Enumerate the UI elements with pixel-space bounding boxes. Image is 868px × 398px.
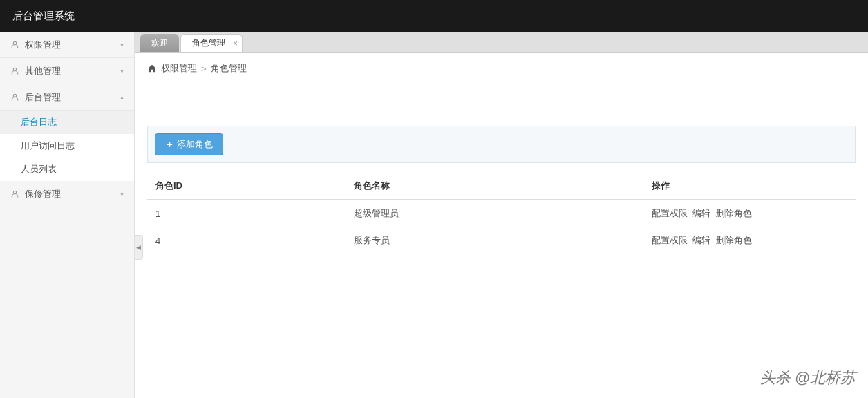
cell-role-name: 超级管理员 (346, 200, 643, 227)
main-content: 欢迎 角色管理 × 权限管理 > 角色管理 ◀ ＋ 添加角色 (135, 32, 868, 398)
action-delete-role[interactable]: 删除角色 (716, 208, 752, 218)
action-bar: ＋ 添加角色 (147, 126, 856, 163)
user-icon (10, 189, 19, 198)
sub-label: 人员列表 (21, 163, 57, 176)
sidebar-item-backend[interactable]: 后台管理 ▴ (0, 84, 134, 111)
tab-role-management[interactable]: 角色管理 × (180, 34, 243, 52)
breadcrumb-parent[interactable]: 权限管理 (161, 62, 197, 75)
user-icon (10, 40, 19, 49)
chevron-up-icon: ▴ (120, 93, 124, 101)
cell-role-name: 服务专员 (346, 227, 643, 254)
sidebar-submenu: 后台日志 用户访问日志 人员列表 (0, 111, 134, 181)
tab-welcome[interactable]: 欢迎 (140, 34, 179, 52)
cell-operations: 配置权限 编辑 删除角色 (643, 227, 856, 254)
roles-table: 角色ID 角色名称 操作 1 超级管理员 配置权限 编辑 删除角色 (147, 173, 856, 254)
close-icon[interactable]: × (233, 39, 238, 48)
sidebar-label: 保修管理 (25, 188, 120, 200)
table-row: 4 服务专员 配置权限 编辑 删除角色 (147, 227, 856, 254)
cell-role-id: 4 (147, 227, 346, 254)
sub-label: 后台日志 (21, 116, 57, 129)
col-operations: 操作 (643, 173, 856, 200)
sidebar-sub-user-access-log[interactable]: 用户访问日志 (0, 134, 134, 158)
sidebar-sub-backend-log[interactable]: 后台日志 (0, 111, 134, 134)
sidebar-item-permission[interactable]: 权限管理 ▾ (0, 32, 134, 58)
sidebar: 权限管理 ▾ 其他管理 ▾ 后台管理 ▴ 后台日志 用户访问日志 人员列表 (0, 32, 135, 398)
svg-point-1 (13, 68, 16, 70)
svg-point-2 (13, 94, 16, 97)
svg-point-3 (13, 191, 16, 193)
sidebar-label: 权限管理 (25, 39, 120, 51)
breadcrumb-separator: > (201, 64, 207, 74)
breadcrumb: 权限管理 > 角色管理 (135, 53, 868, 84)
breadcrumb-current: 角色管理 (211, 62, 247, 75)
col-role-id: 角色ID (147, 173, 346, 200)
user-icon (10, 93, 19, 102)
table-row: 1 超级管理员 配置权限 编辑 删除角色 (147, 200, 856, 227)
app-title: 后台管理系统 (12, 10, 75, 23)
cell-role-id: 1 (147, 200, 346, 227)
home-icon (147, 64, 157, 73)
cell-operations: 配置权限 编辑 删除角色 (643, 200, 856, 227)
button-label: 添加角色 (177, 138, 213, 151)
collapse-handle[interactable]: ◀ (135, 235, 143, 260)
action-edit[interactable]: 编辑 (692, 235, 710, 245)
action-delete-role[interactable]: 删除角色 (716, 235, 752, 245)
sidebar-item-other[interactable]: 其他管理 ▾ (0, 58, 134, 84)
chevron-down-icon: ▾ (120, 67, 124, 75)
tab-label: 欢迎 (151, 37, 168, 49)
sidebar-sub-staff-list[interactable]: 人员列表 (0, 158, 134, 181)
svg-point-0 (13, 41, 16, 44)
action-config-permission[interactable]: 配置权限 (652, 235, 688, 245)
action-config-permission[interactable]: 配置权限 (652, 208, 688, 218)
add-role-button[interactable]: ＋ 添加角色 (155, 133, 223, 155)
user-icon (10, 66, 19, 75)
sidebar-item-warranty[interactable]: 保修管理 ▾ (0, 181, 134, 207)
tab-bar: 欢迎 角色管理 × (135, 32, 868, 53)
sidebar-label: 其他管理 (25, 65, 120, 77)
tab-label: 角色管理 (192, 37, 225, 49)
app-header: 后台管理系统 (0, 0, 868, 32)
chevron-down-icon: ▾ (120, 41, 124, 48)
action-edit[interactable]: 编辑 (692, 208, 710, 218)
sidebar-label: 后台管理 (25, 91, 120, 104)
sub-label: 用户访问日志 (21, 140, 75, 152)
plus-icon: ＋ (165, 138, 174, 151)
col-role-name: 角色名称 (346, 173, 643, 200)
chevron-down-icon: ▾ (120, 190, 124, 198)
